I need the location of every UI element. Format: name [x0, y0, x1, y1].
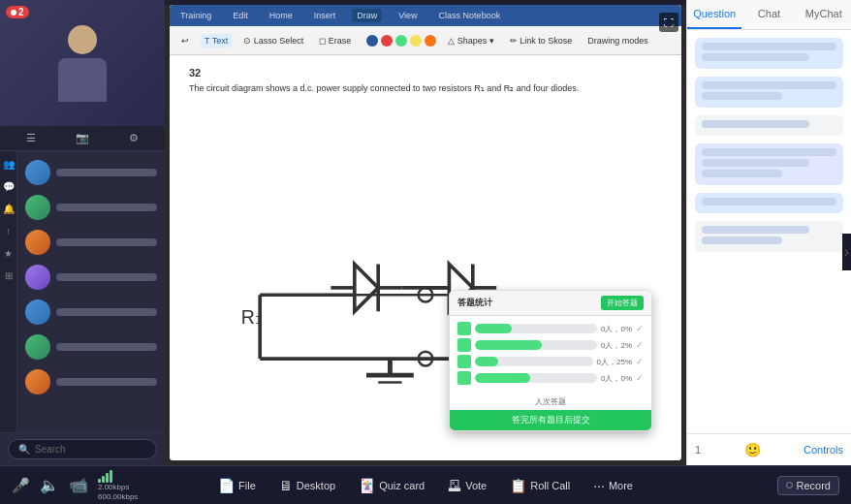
emoji-button[interactable]: 🙂 — [744, 442, 761, 457]
quiz-fill-c — [475, 357, 498, 366]
record-dot — [786, 482, 793, 488]
ribbon-ink[interactable]: ✏ Link to Skose — [506, 34, 577, 47]
more-label: More — [609, 480, 633, 491]
sidebar-inner: 👥 💬 🔔 ↑ ★ ⊞ — [0, 151, 165, 432]
participant-badge: 2 — [6, 6, 29, 18]
message-bubble — [695, 38, 843, 69]
ribbon-lasso[interactable]: ⊙ Lasso Select — [239, 34, 307, 47]
screen-content: Training Edit Home Insert Draw View Clas… — [170, 5, 681, 460]
pen-yellow[interactable] — [410, 35, 422, 47]
mic-button[interactable]: 🎤 — [12, 477, 30, 494]
tab-insert[interactable]: Insert — [309, 9, 341, 22]
participant-item[interactable] — [17, 260, 165, 295]
ribbon-text[interactable]: T Text — [201, 34, 232, 47]
more-button[interactable]: ··· More — [588, 475, 638, 496]
participant-name-bar — [56, 343, 157, 351]
chevron-right-icon[interactable]: › — [842, 234, 851, 270]
ribbon-drawing[interactable]: Drawing modes — [583, 34, 652, 47]
search-area: 🔍 Search — [0, 432, 165, 465]
pen-green[interactable] — [395, 35, 407, 47]
menu-icon[interactable]: ☰ — [22, 130, 40, 146]
camera-area: 2 — [0, 0, 165, 126]
settings-icon[interactable]: ⚙ — [125, 130, 142, 146]
tab-view[interactable]: View — [394, 9, 422, 22]
quiz-count-c: 0人，25% — [597, 357, 632, 367]
participant-item[interactable] — [17, 225, 165, 260]
quiz-count-a: 0人，0% — [601, 324, 632, 334]
sidebar-controls: ☰ 📷 ⚙ — [0, 126, 165, 151]
quiz-overlay: 答题统计 开始答题 0人，0% ✓ — [449, 290, 652, 431]
icon-chat[interactable]: 💬 — [3, 181, 15, 192]
rollcall-label: Roll Call — [530, 480, 570, 491]
quiz-count-b: 0人，2% — [601, 340, 632, 351]
quiz-submit-btn[interactable]: 答完所有题目后提交 — [450, 410, 651, 430]
controls-button[interactable]: Controls — [804, 444, 843, 456]
tab-question[interactable]: Question — [687, 0, 741, 29]
quiz-total: 人次答题 — [450, 394, 651, 410]
rollcall-button[interactable]: 📋 Roll Call — [505, 475, 575, 496]
icon-people[interactable]: 👥 — [3, 159, 15, 170]
toolbar-right: Record — [777, 476, 839, 495]
participant-item[interactable] — [17, 155, 165, 190]
msg-line — [702, 236, 782, 244]
file-button[interactable]: 📄 File — [213, 475, 261, 496]
message-bubble — [695, 77, 843, 108]
msg-line — [702, 120, 809, 128]
tab-edit[interactable]: Edit — [228, 9, 253, 22]
icon-share[interactable]: ↑ — [6, 226, 11, 236]
desktop-button[interactable]: 🖥 Desktop — [274, 475, 340, 496]
icon-bell[interactable]: 🔔 — [3, 204, 15, 214]
message-bubble — [695, 193, 843, 213]
quiz-overlay-header: 答题统计 开始答题 — [450, 291, 651, 316]
ribbon-shapes[interactable]: △ Shapes ▾ — [444, 34, 498, 47]
tab-mychat[interactable]: MyChat — [797, 0, 851, 29]
pen-orange[interactable] — [425, 35, 436, 47]
quiz-button[interactable]: 🃏 Quiz card — [354, 475, 429, 496]
camera-button[interactable]: 📹 — [69, 476, 88, 494]
tab-chat[interactable]: Chat — [741, 0, 796, 29]
msg-line — [702, 148, 836, 156]
quiz-fill-a — [475, 324, 512, 333]
participant-item[interactable] — [17, 364, 165, 399]
rollcall-icon: 📋 — [510, 478, 526, 493]
vote-icon: 🗳 — [448, 478, 461, 493]
msg-line — [702, 198, 836, 205]
avatar — [25, 334, 50, 360]
search-icon: 🔍 — [18, 444, 30, 455]
participant-name-bar — [56, 169, 157, 176]
pen-red[interactable] — [381, 35, 393, 47]
speaker-button[interactable]: 🔈 — [40, 476, 59, 494]
pen-blue[interactable] — [366, 35, 378, 47]
participant-item[interactable] — [17, 190, 165, 225]
bar-3 — [106, 473, 109, 483]
expand-button[interactable]: ⛶ — [659, 13, 678, 32]
ribbon-undo[interactable]: ↩ — [177, 34, 193, 47]
icon-star[interactable]: ★ — [4, 248, 13, 259]
participant-name-bar — [56, 308, 157, 316]
desktop-icon: 🖥 — [279, 478, 293, 493]
panel-bottom: 1 🙂 Controls — [687, 433, 851, 465]
participant-item[interactable] — [17, 295, 165, 330]
camera-icon[interactable]: 📷 — [72, 130, 93, 146]
tab-draw[interactable]: Draw — [352, 9, 382, 22]
right-panel: Question Chat MyChat — [686, 0, 851, 465]
tab-home[interactable]: Home — [265, 9, 298, 22]
tab-classnotebook[interactable]: Class Notebook — [434, 9, 506, 22]
search-input-container[interactable]: 🔍 Search — [8, 439, 157, 459]
participant-item[interactable] — [17, 330, 165, 364]
ribbon-erase[interactable]: ◻ Erase — [315, 34, 355, 47]
svg-marker-10 — [355, 264, 378, 311]
quiz-start-btn[interactable]: 开始答题 — [601, 296, 644, 310]
main-content: Training Edit Home Insert Draw View Clas… — [165, 0, 686, 465]
tab-training[interactable]: Training — [175, 9, 216, 22]
message-bubble — [695, 115, 843, 136]
panel-messages — [687, 30, 851, 433]
vote-button[interactable]: 🗳 Vote — [443, 475, 491, 496]
msg-line — [702, 226, 809, 234]
icon-grid[interactable]: ⊞ — [5, 270, 13, 281]
participant-name-bar — [56, 238, 157, 246]
avatar — [25, 160, 50, 185]
toolbar-left: 🎤 🔈 📹 2.00kbps 600.00kbps — [12, 469, 138, 501]
record-button[interactable]: Record — [777, 476, 839, 495]
quiz-label: Quiz card — [379, 480, 425, 491]
